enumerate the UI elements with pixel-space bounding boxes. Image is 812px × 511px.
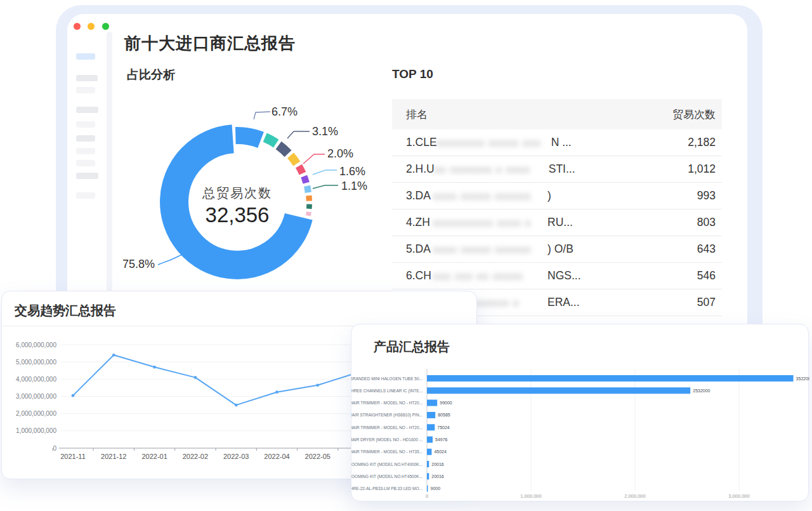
product-bar-chart: 01,000,0002,000,0003,000,000UNBRANDED MI… bbox=[351, 324, 809, 502]
x-axis-label: 2021-11 bbox=[60, 453, 86, 460]
y-axis-label: 6,000,000,000 bbox=[16, 342, 56, 348]
product-label: HAIR DRYER (MODEL NO - HD1600 ... bbox=[351, 437, 422, 442]
product-bar[interactable] bbox=[427, 473, 429, 479]
data-point[interactable] bbox=[72, 394, 75, 397]
bar-value-label: 3522000 bbox=[796, 376, 809, 381]
product-bar[interactable] bbox=[427, 449, 431, 455]
product-bar[interactable] bbox=[427, 424, 435, 430]
data-point[interactable] bbox=[194, 376, 197, 379]
bar-value-label: 45024 bbox=[434, 449, 447, 454]
product-label: UNBRANDED MINI HALOGEN TUBE 50... bbox=[351, 376, 422, 381]
product-label: THREE CHANNELS LINEAR IC (INTE... bbox=[351, 388, 422, 394]
bar-value-label: 20016 bbox=[431, 462, 444, 467]
x-axis-label: 2,000,000 bbox=[624, 493, 645, 499]
product-bar[interactable] bbox=[427, 486, 428, 492]
x-axis-label: 2022-01 bbox=[141, 453, 167, 460]
product-report-card: 产品汇总报告 01,000,0002,000,0003,000,000UNBRA… bbox=[351, 324, 809, 501]
screenshot-canvas: 前十大进口商汇总报告 占比分析 TOP 10 6.7% 3.1% 2.0% 1.… bbox=[0, 0, 812, 511]
data-point[interactable] bbox=[112, 354, 115, 357]
product-label: HRE-22-AL-PB33-LM PB.33 LED MO... bbox=[351, 486, 422, 491]
x-axis-label: 2022-02 bbox=[183, 453, 208, 460]
data-point[interactable] bbox=[235, 404, 238, 407]
bar-value-label: 99000 bbox=[440, 401, 452, 405]
product-bar[interactable] bbox=[427, 461, 429, 467]
bar-value-label: 80585 bbox=[438, 413, 450, 417]
product-label: HAIR STRAIGHTENER (HS6810) PIN... bbox=[351, 413, 422, 418]
x-axis-label: 2022-03 bbox=[223, 453, 249, 460]
y-axis-label: 1,000,000,000 bbox=[16, 427, 56, 434]
x-axis-label: 2022-05 bbox=[305, 453, 331, 460]
x-axis-label: 1,000,000 bbox=[520, 493, 541, 499]
product-label: HAIR TRIMMER - MODEL NO - HT35... bbox=[351, 449, 422, 454]
bar-value-label: 20016 bbox=[431, 474, 444, 479]
bar-value-label: 75024 bbox=[437, 425, 450, 430]
data-point[interactable] bbox=[153, 366, 156, 369]
bar-value-label: 2532000 bbox=[693, 388, 710, 393]
x-axis-label: 0 bbox=[426, 493, 428, 499]
data-point[interactable] bbox=[275, 390, 278, 394]
bar-value-label: 54976 bbox=[435, 437, 448, 442]
product-label: HAIR TRIMMER - MODEL NO - HT20... bbox=[351, 425, 422, 430]
y-axis-label: 4,000,000,000 bbox=[16, 376, 56, 383]
product-bar[interactable] bbox=[427, 387, 690, 394]
y-axis-label: 5,000,000,000 bbox=[16, 359, 56, 366]
x-axis-label: 3,000,000 bbox=[728, 493, 749, 499]
y-axis-label: 0 bbox=[53, 445, 56, 452]
y-axis-label: 2,000,000,000 bbox=[16, 410, 56, 417]
product-bar[interactable] bbox=[427, 400, 437, 406]
x-axis-label: 2022-04 bbox=[264, 453, 289, 460]
y-axis-label: 3,000,000,000 bbox=[16, 393, 56, 400]
product-bar[interactable] bbox=[427, 375, 794, 382]
bar-value-label: 9000 bbox=[431, 486, 441, 491]
product-label: GROOMING KIT (MODEL NO.HT4000K... bbox=[351, 462, 422, 467]
x-axis-label: 2021-12 bbox=[101, 453, 126, 460]
product-bar[interactable] bbox=[427, 437, 433, 443]
product-label: GROOMING KIT (MODEL NO.HT4500K... bbox=[351, 474, 422, 479]
product-bar[interactable] bbox=[427, 412, 435, 418]
product-label: HAIR TRIMMER - MODEL NO - HT20... bbox=[351, 401, 422, 405]
trend-line bbox=[73, 355, 358, 405]
data-point[interactable] bbox=[316, 383, 319, 387]
